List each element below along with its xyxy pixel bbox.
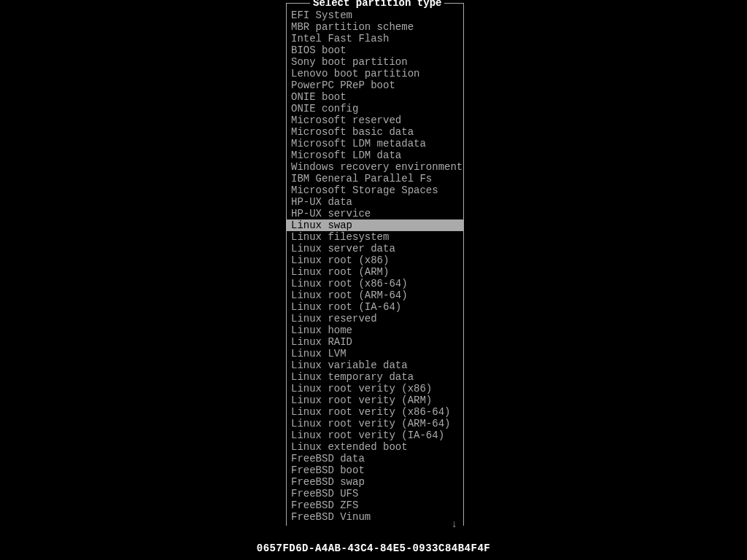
partition-type-option[interactable]: ONIE config (287, 103, 463, 114)
partition-type-list[interactable]: EFI SystemMBR partition schemeIntel Fast… (287, 4, 463, 523)
partition-type-option[interactable]: Linux swap (287, 219, 463, 231)
partition-type-option[interactable]: Linux RAID (287, 336, 463, 348)
partition-type-option[interactable]: Linux home (287, 324, 463, 336)
partition-type-option[interactable]: Linux root (x86) (287, 254, 463, 266)
partition-type-option[interactable]: Intel Fast Flash (287, 33, 463, 44)
partition-type-option[interactable]: Microsoft Storage Spaces (287, 184, 463, 196)
partition-type-option[interactable]: Microsoft basic data (287, 126, 463, 138)
scroll-down-icon[interactable]: ↓ (452, 518, 457, 530)
partition-type-option[interactable]: FreeBSD boot (287, 464, 463, 476)
partition-type-option[interactable]: ONIE boot (287, 91, 463, 103)
partition-type-option[interactable]: Linux extended boot (287, 441, 463, 453)
partition-type-option[interactable]: Linux filesystem (287, 231, 463, 243)
partition-type-option[interactable]: Linux root verity (IA-64) (287, 429, 463, 441)
partition-type-option[interactable]: BIOS boot (287, 44, 463, 56)
partition-type-dialog: Select partition type EFI SystemMBR part… (286, 3, 464, 526)
partition-type-option[interactable]: Linux root verity (x86) (287, 383, 463, 394)
partition-type-option[interactable]: Microsoft LDM data (287, 149, 463, 161)
partition-type-option[interactable]: EFI System (287, 9, 463, 21)
partition-type-option[interactable]: Linux server data (287, 243, 463, 254)
partition-type-option[interactable]: Linux root (ARM-64) (287, 289, 463, 301)
partition-type-option[interactable]: IBM General Parallel Fs (287, 173, 463, 184)
partition-type-option[interactable]: FreeBSD UFS (287, 488, 463, 499)
partition-type-option[interactable]: Linux temporary data (287, 371, 463, 383)
partition-type-option[interactable]: Linux root verity (x86-64) (287, 406, 463, 418)
partition-type-option[interactable]: Linux LVM (287, 348, 463, 359)
partition-guid: 0657FD6D-A4AB-43C4-84E5-0933C84B4F4F (257, 542, 490, 554)
partition-type-option[interactable]: Windows recovery environment (287, 161, 463, 173)
dialog-title: Select partition type (310, 0, 444, 9)
partition-type-option[interactable]: Sony boot partition (287, 56, 463, 68)
partition-type-option[interactable]: Linux root (IA-64) (287, 301, 463, 313)
partition-type-option[interactable]: FreeBSD ZFS (287, 499, 463, 511)
partition-type-option[interactable]: PowerPC PReP boot (287, 79, 463, 91)
partition-type-option[interactable]: Microsoft LDM metadata (287, 138, 463, 149)
partition-type-option[interactable]: Microsoft reserved (287, 114, 463, 126)
partition-type-option[interactable]: FreeBSD Vinum (287, 511, 463, 523)
partition-type-option[interactable]: Linux root (ARM) (287, 266, 463, 278)
partition-type-option[interactable]: Linux variable data (287, 359, 463, 371)
partition-type-option[interactable]: MBR partition scheme (287, 21, 463, 33)
partition-type-option[interactable]: Linux reserved (287, 313, 463, 324)
partition-type-option[interactable]: FreeBSD swap (287, 476, 463, 488)
partition-type-option[interactable]: FreeBSD data (287, 453, 463, 464)
partition-type-option[interactable]: Lenovo boot partition (287, 68, 463, 79)
partition-type-option[interactable]: HP-UX service (287, 208, 463, 219)
partition-type-option[interactable]: Linux root verity (ARM-64) (287, 418, 463, 429)
partition-type-option[interactable]: HP-UX data (287, 196, 463, 208)
partition-type-option[interactable]: Linux root verity (ARM) (287, 394, 463, 406)
partition-type-option[interactable]: Linux root (x86-64) (287, 278, 463, 289)
